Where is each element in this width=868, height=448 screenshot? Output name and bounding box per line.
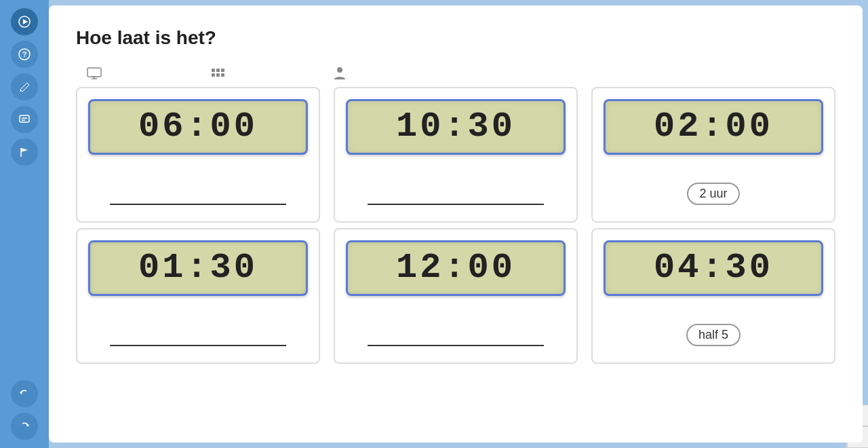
sidebar-help-icon[interactable]: ? [11,41,38,68]
main-content: Hoe laat is het? [49,5,863,443]
page-title: Hoe laat is het? [76,27,835,49]
sidebar: ? [0,0,49,448]
clock-cell-4: 01:30 [76,228,320,364]
grid-icon [210,67,225,83]
svg-marker-9 [20,391,22,394]
clock-cell-5: 12:00 [334,228,578,364]
clock-time-1: 06:00 [104,109,292,145]
clock-cell-3: 02:00 2 uur [591,87,835,223]
svg-rect-18 [212,73,215,77]
answer-badge-6: half 5 [686,324,741,346]
sidebar-undo-icon[interactable] [11,380,38,407]
svg-rect-20 [221,73,224,77]
clock-row-1: 06:00 10:30 02:00 2 uur [76,87,835,223]
digital-clock-3: 02:00 [604,99,823,155]
clock-time-2: 10:30 [361,109,550,145]
clock-time-6: 04:30 [619,250,808,286]
clock-row-2: 01:30 12:00 04:30 half 5 [76,228,835,364]
sidebar-flag-icon[interactable] [11,138,38,166]
svg-point-21 [337,67,342,73]
clock-time-4: 01:30 [104,250,292,286]
digital-clock-6: 04:30 [604,240,823,296]
digital-clock-4: 01:30 [88,240,308,296]
svg-rect-11 [87,68,101,77]
clock-cell-2: 10:30 [334,87,578,223]
clock-time-3: 02:00 [619,109,808,145]
answer-line-2 [368,204,543,205]
answer-badge-3: 2 uur [687,183,739,205]
answer-line-5 [368,345,543,346]
svg-rect-16 [216,69,220,72]
monitor-icon [87,67,102,83]
sidebar-chat-icon[interactable] [11,106,38,133]
sidebar-redo-icon[interactable] [11,413,38,440]
svg-rect-19 [216,73,220,77]
svg-rect-15 [212,69,215,72]
svg-rect-17 [221,69,224,72]
digital-clock-5: 12:00 [346,240,566,296]
svg-marker-1 [23,19,28,24]
answer-line-4 [110,345,285,346]
digital-clock-2: 10:30 [346,99,566,155]
clock-cell-1: 06:00 [76,87,320,223]
person-icon [334,67,346,83]
sidebar-edit-icon[interactable] [11,73,38,100]
clock-cell-6: 04:30 half 5 [591,228,835,364]
digital-clock-1: 06:00 [88,99,308,155]
row1-icon-bar [76,65,835,84]
svg-text:?: ? [22,50,27,58]
svg-marker-10 [26,424,29,427]
clock-time-5: 12:00 [361,250,550,286]
svg-marker-8 [21,148,28,152]
answer-line-1 [110,204,285,205]
svg-rect-4 [20,115,29,122]
sidebar-play-icon[interactable] [11,8,38,35]
